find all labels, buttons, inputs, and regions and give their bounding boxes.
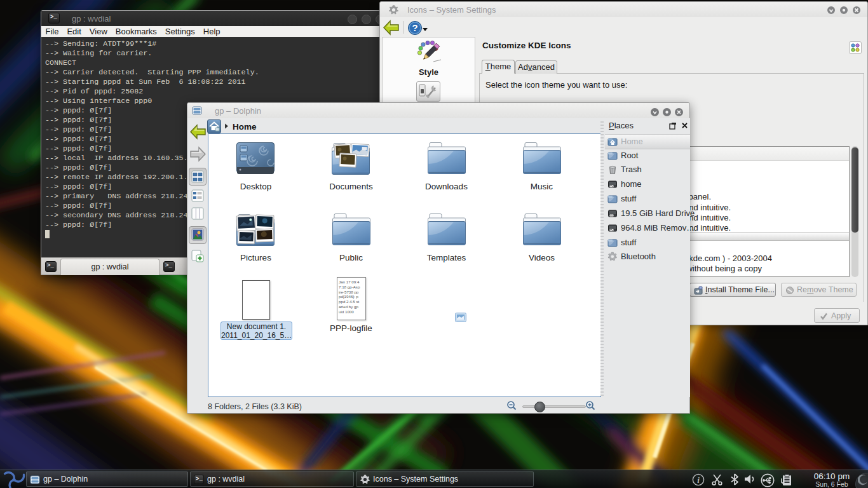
svg-text:?: ? [412, 22, 417, 33]
svg-text:i: i [697, 475, 700, 485]
